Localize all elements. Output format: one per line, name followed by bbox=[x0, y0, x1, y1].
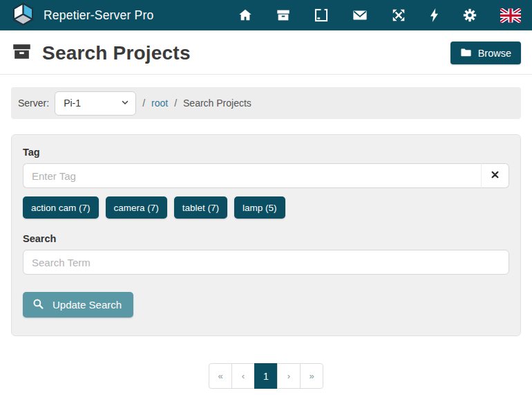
pagination-next-button[interactable]: › bbox=[277, 363, 301, 389]
bolt-icon[interactable] bbox=[429, 8, 439, 23]
projects-archive-icon[interactable] bbox=[276, 8, 291, 23]
search-input[interactable] bbox=[23, 250, 509, 275]
tag-suggestions: action cam (7) camera (7) tablet (7) lam… bbox=[23, 196, 509, 219]
chevron-down-icon bbox=[120, 98, 130, 109]
tag-button-camera[interactable]: camera (7) bbox=[106, 196, 167, 219]
expand-arrows-icon[interactable] bbox=[391, 8, 406, 23]
home-icon[interactable] bbox=[238, 8, 253, 23]
projects-archive-dark-icon bbox=[11, 41, 32, 65]
browse-button-label: Browse bbox=[478, 48, 511, 59]
tag-input-group bbox=[23, 163, 509, 188]
clear-tag-button[interactable] bbox=[481, 163, 509, 188]
page-title: Search Projects bbox=[42, 42, 191, 64]
breadcrumb-separator: / bbox=[174, 98, 177, 109]
breadcrumb-current: Search Projects bbox=[183, 98, 251, 109]
brand-link[interactable]: Repetier-Server Pro bbox=[11, 2, 153, 29]
tag-button-tablet[interactable]: tablet (7) bbox=[174, 196, 227, 219]
navbar-icons bbox=[238, 8, 521, 23]
browse-button[interactable]: Browse bbox=[450, 42, 521, 64]
pagination-last-button[interactable]: » bbox=[300, 363, 323, 389]
close-icon bbox=[491, 170, 500, 181]
repetier-logo-icon bbox=[11, 2, 35, 29]
breadcrumb-separator: / bbox=[142, 98, 145, 109]
server-select[interactable]: Pi-1 bbox=[55, 91, 136, 116]
pagination-first-button[interactable]: « bbox=[209, 363, 232, 389]
tag-button-lamp[interactable]: lamp (5) bbox=[234, 196, 285, 219]
search-label: Search bbox=[23, 233, 509, 244]
uk-flag-icon[interactable] bbox=[500, 8, 521, 23]
brand-title: Repetier-Server Pro bbox=[44, 8, 153, 23]
messages-envelope-icon[interactable] bbox=[352, 8, 368, 23]
update-search-label: Update Search bbox=[53, 299, 122, 311]
printer-icon[interactable] bbox=[314, 8, 329, 23]
top-navbar: Repetier-Server Pro bbox=[0, 0, 532, 30]
folder-icon bbox=[460, 47, 472, 59]
pagination-page-1-button[interactable]: 1 bbox=[254, 363, 278, 389]
breadcrumb-root-link[interactable]: root bbox=[151, 98, 168, 109]
settings-gear-icon[interactable] bbox=[462, 8, 477, 23]
server-select-value: Pi-1 bbox=[64, 98, 81, 109]
search-card: Tag action cam (7) camera (7) tablet (7)… bbox=[11, 134, 521, 336]
breadcrumb: Server: Pi-1 / root / Search Projects bbox=[11, 87, 521, 119]
pagination-prev-button[interactable]: ‹ bbox=[231, 363, 255, 389]
page-title-wrap: Search Projects bbox=[11, 41, 191, 65]
tag-label: Tag bbox=[23, 147, 509, 158]
page-header: Search Projects Browse bbox=[0, 30, 532, 75]
tag-button-action-cam[interactable]: action cam (7) bbox=[23, 196, 99, 219]
pagination: « ‹ 1 › » bbox=[0, 363, 532, 389]
update-search-button[interactable]: Update Search bbox=[23, 292, 133, 318]
search-input-row bbox=[23, 250, 509, 275]
server-label: Server: bbox=[18, 98, 49, 109]
tag-input[interactable] bbox=[23, 163, 481, 188]
search-icon bbox=[32, 297, 45, 313]
